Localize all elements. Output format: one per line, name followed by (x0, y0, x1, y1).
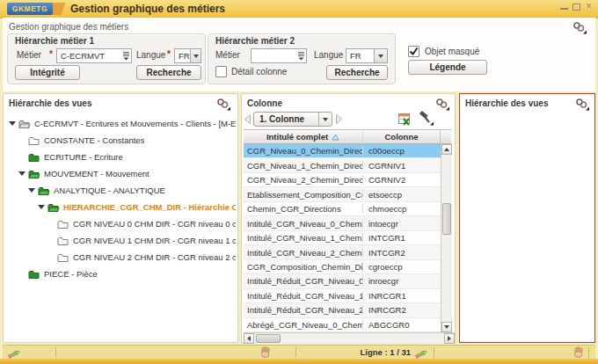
spacer (18, 155, 26, 159)
cell-colonne: intoecgr (363, 219, 441, 229)
vertical-scroll-thumb[interactable] (442, 203, 451, 235)
scroll-right-icon[interactable] (444, 333, 455, 344)
views-tree-panel: Hiérarchie des vues C-ECRMVT - Ecritures… (3, 93, 238, 343)
cell-intitule: CGR_Composition_Chemin_Directions (244, 262, 363, 272)
langue-label: Langue (314, 50, 343, 60)
table-row[interactable]: Intitulé_CGR_Niveau_0_Chemin_Direcintoec… (244, 216, 441, 230)
status-bar: Ligne : 1 / 31 (3, 345, 595, 360)
lookup-icon[interactable] (120, 51, 131, 61)
cell-intitule: Intitulé_Réduit_CGR_Niveau_1_Chem (244, 291, 363, 301)
table-row[interactable]: Etablissement_Composition_CGR_Chemetsoec… (244, 187, 441, 201)
objet-masque-label: Objet masqué (425, 47, 479, 56)
tree-item[interactable]: CGR NIVEAU 0 CHM DIR - CGR niveau 0 chem… (5, 215, 236, 232)
tree-item[interactable]: CONSTANTE - Constantes (5, 132, 236, 149)
close-icon[interactable]: ✕ (585, 3, 593, 11)
link-icon[interactable] (215, 98, 230, 111)
spacer (18, 138, 26, 142)
cell-intitule: Intitulé_CGR_Niveau_2_Chemin_Direc (244, 248, 363, 258)
window-bottom-edge (0, 359, 598, 364)
hierarchy2-title: Hiérarchie métier 2 (215, 36, 295, 46)
cell-colonne: etsoeccp (363, 190, 441, 200)
folder-white-icon (57, 219, 69, 229)
horizontal-scrollbar[interactable] (244, 332, 455, 344)
tree-item[interactable]: C-ECRMVT - Ecritures et Mouvements - Cli… (5, 115, 236, 132)
chevron-down-icon[interactable] (374, 49, 387, 62)
scroll-up-icon[interactable] (441, 144, 452, 155)
table-row[interactable]: Intitulé_Réduit_CGR_Niveau_1_ChemINRCGR1 (244, 289, 441, 303)
cell-intitule: Intitulé_CGR_Niveau_0_Chemin_Direc (244, 219, 363, 229)
column-selector[interactable]: 1. Colonne (253, 112, 332, 127)
tree-item-label: CGR NIVEAU 1 CHM DIR - CGR niveau 1 chem… (73, 236, 236, 245)
tree-item[interactable]: MOUVEMENT - Mouvement (5, 165, 236, 182)
tree-item[interactable]: PIECE - Pièce (5, 266, 236, 282)
legende-button[interactable]: Légende (408, 60, 487, 75)
spacer (18, 272, 26, 276)
metier2-field[interactable] (251, 48, 307, 63)
folder-open-green-icon (38, 186, 50, 196)
maximize-icon[interactable] (572, 3, 580, 11)
tree-item[interactable]: HIERARCHIE_CGR_CHM_DIR - Hiérarchie CGR … (5, 199, 236, 215)
table-row[interactable]: Intitulé_Réduit_CGR_Niveau_0_Chemiinroec… (244, 274, 441, 288)
cell-intitule: Chemin_CGR_Directions (244, 204, 363, 214)
detail-colonne-checkbox[interactable] (215, 66, 227, 77)
expand-triangle-icon[interactable] (9, 121, 16, 126)
required-asterisk: * (49, 49, 53, 59)
tree-item[interactable]: CGR NIVEAU 2 CHM DIR - CGR niveau 2 chem… (5, 249, 236, 266)
chevron-down-icon[interactable] (190, 49, 201, 62)
column-table-body: CGR_Niveau_0_Chemin_Directionsc00oeccpCG… (244, 144, 441, 332)
recherche1-button[interactable]: Recherche (136, 65, 201, 80)
cell-colonne: c00oeccp (363, 146, 441, 156)
tree-item-label: CGR NIVEAU 2 CHM DIR - CGR niveau 2 chem… (73, 252, 236, 262)
column-header-intitule[interactable]: Intitulé complet (244, 129, 363, 144)
cell-intitule: Abrégé_CGR_Niveau_0_Chemin_Direc (244, 320, 363, 330)
scroll-down-icon[interactable] (441, 322, 452, 332)
folder-white-icon (28, 135, 40, 146)
expand-triangle-icon[interactable] (38, 205, 45, 209)
folder-white-icon (57, 252, 69, 263)
langue2-field[interactable]: FR (346, 48, 388, 63)
expand-triangle-icon[interactable] (28, 188, 35, 193)
tree-item[interactable]: CGR NIVEAU 1 CHM DIR - CGR niveau 1 chem… (5, 232, 236, 249)
table-row[interactable]: Chemin_CGR_Directionschmoeccp (244, 202, 441, 216)
scroll-left-icon[interactable] (244, 333, 254, 344)
tree-item-label: ECRITURE - Ecriture (44, 152, 123, 162)
next-column-icon[interactable] (335, 113, 343, 128)
link-icon[interactable] (434, 98, 449, 111)
table-row[interactable]: Intitulé_Réduit_CGR_Niveau_2_ChemINRCGR2 (244, 303, 441, 317)
minimize-icon[interactable] (560, 3, 568, 11)
expand-triangle-icon[interactable] (18, 171, 26, 176)
app-code-badge: GKMETG (7, 3, 53, 15)
link-icon[interactable] (572, 21, 587, 34)
recherche2-button[interactable]: Recherche (326, 65, 388, 80)
views-hierarchy-right-panel: Hiérarchie des vues (459, 93, 595, 343)
spacer (47, 238, 55, 243)
chevron-down-icon[interactable] (318, 113, 332, 126)
column-selector-value: 1. Colonne (254, 114, 318, 124)
link-icon[interactable] (574, 98, 589, 111)
table-row[interactable]: CGR_Niveau_0_Chemin_Directionsc00oeccp (244, 144, 441, 158)
table-row[interactable]: Intitulé_CGR_Niveau_1_Chemin_DirecINTCGR… (244, 231, 441, 245)
table-row[interactable]: CGR_Niveau_1_Chemin_DirectionsCGRNIV1 (244, 158, 441, 172)
lookup-icon[interactable] (295, 51, 306, 61)
integrite-button[interactable]: Intégrité (15, 65, 80, 80)
metier1-field[interactable]: C-ECRMVT (56, 48, 132, 63)
hierarchy2-groupbox: Hiérarchie métier 2 Métier Langue FR Dét… (208, 33, 396, 84)
objet-masque-checkbox[interactable] (408, 46, 419, 57)
tools-hammer-icon[interactable] (418, 111, 434, 129)
table-row[interactable]: Intitulé_CGR_Niveau_2_Chemin_DirecINTCGR… (244, 245, 441, 259)
tree-item[interactable]: ECRITURE - Ecriture (5, 149, 236, 165)
excel-export-icon[interactable] (398, 113, 412, 129)
vertical-scrollbar[interactable] (441, 144, 452, 332)
table-row[interactable]: Abrégé_CGR_Niveau_0_Chemin_DirecABGCGR0 (244, 318, 441, 332)
spacer (47, 255, 55, 259)
column-header-colonne[interactable]: Colonne (363, 129, 441, 144)
prev-column-icon[interactable] (244, 113, 252, 128)
table-row[interactable]: CGR_Niveau_2_Chemin_DirectionsCGRNIV2 (244, 173, 441, 187)
cell-colonne: INRCGR1 (363, 291, 441, 301)
horizontal-scroll-thumb[interactable] (256, 334, 281, 343)
tree-item[interactable]: ANALYTIQUE - ANALYTIQUE (5, 182, 236, 199)
langue1-field[interactable]: FR (174, 48, 201, 63)
hierarchy1-title: Hiérarchie métier 1 (15, 36, 94, 46)
table-row[interactable]: CGR_Composition_Chemin_Directionscgroecc… (244, 260, 441, 274)
cell-intitule: Intitulé_Réduit_CGR_Niveau_0_Chemi (244, 276, 363, 286)
